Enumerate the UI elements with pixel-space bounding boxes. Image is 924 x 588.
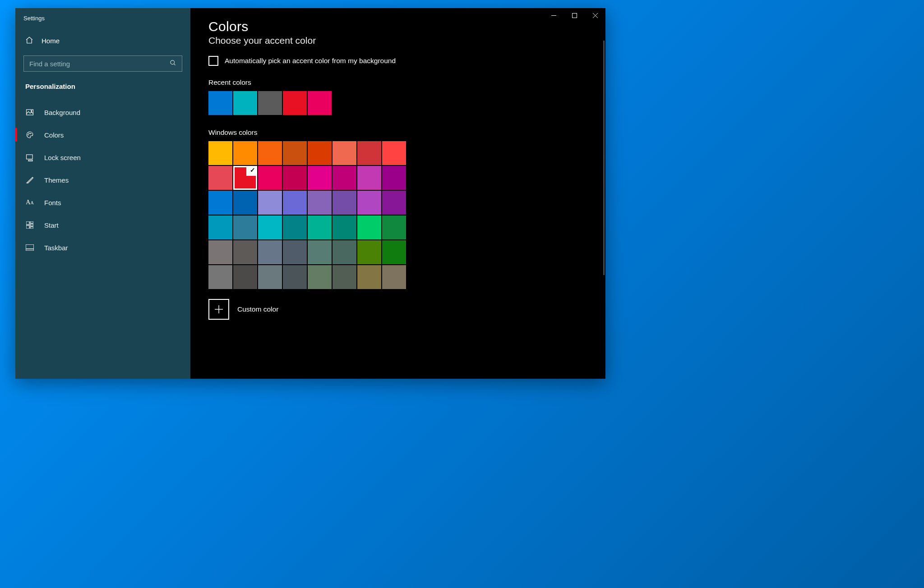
close-button[interactable]: [585, 8, 605, 23]
auto-pick-checkbox[interactable]: [208, 56, 218, 66]
windows-color-swatch[interactable]: [357, 141, 381, 165]
recent-color-swatch[interactable]: [308, 91, 332, 115]
sidebar-section-title: Personalization: [15, 79, 190, 101]
windows-color-swatch[interactable]: [208, 265, 232, 289]
windows-color-swatch[interactable]: [233, 265, 257, 289]
windows-color-swatch[interactable]: [357, 265, 381, 289]
windows-color-swatch[interactable]: [283, 216, 307, 239]
start-icon: [25, 221, 34, 229]
windows-color-swatch[interactable]: [208, 166, 232, 190]
windows-color-swatch[interactable]: [208, 240, 232, 264]
windows-color-swatch[interactable]: [382, 265, 406, 289]
windows-color-swatch[interactable]: ✓: [233, 166, 257, 190]
svg-rect-1: [572, 13, 577, 18]
recent-color-swatch[interactable]: [283, 91, 307, 115]
windows-color-swatch[interactable]: [308, 191, 332, 215]
sidebar-item-lock-screen[interactable]: Lock screen: [15, 146, 190, 169]
home-icon: [25, 36, 33, 46]
recent-color-swatch[interactable]: [258, 91, 282, 115]
windows-color-swatch[interactable]: [382, 191, 406, 215]
home-button[interactable]: Home: [15, 31, 190, 51]
windows-color-swatch[interactable]: [382, 216, 406, 239]
windows-color-swatch[interactable]: [283, 265, 307, 289]
svg-rect-14: [30, 221, 33, 223]
windows-color-swatch[interactable]: [333, 240, 356, 264]
windows-color-swatch[interactable]: [308, 240, 332, 264]
settings-window: Settings Home Personalization Background…: [15, 8, 605, 379]
windows-color-swatch[interactable]: [333, 166, 356, 190]
sidebar-item-taskbar[interactable]: Taskbar: [15, 236, 190, 259]
paintbrush-icon: [25, 176, 34, 184]
recent-color-swatch[interactable]: [233, 91, 257, 115]
recent-colors-label: Recent colors: [208, 78, 587, 87]
windows-color-swatch[interactable]: [258, 240, 282, 264]
svg-rect-15: [30, 224, 33, 226]
svg-point-10: [31, 133, 32, 134]
windows-color-swatch[interactable]: [333, 191, 356, 215]
sidebar-item-label: Fonts: [44, 199, 61, 207]
home-label: Home: [42, 37, 60, 45]
windows-color-swatch[interactable]: [258, 141, 282, 165]
svg-point-8: [28, 134, 29, 135]
custom-color-button[interactable]: [208, 299, 229, 320]
sidebar-item-start[interactable]: Start: [15, 214, 190, 236]
sidebar-nav: BackgroundColorsLock screenThemesAAFonts…: [15, 101, 190, 259]
svg-point-4: [171, 60, 175, 64]
windows-color-swatch[interactable]: [258, 191, 282, 215]
search-box[interactable]: [23, 55, 182, 72]
windows-color-swatch[interactable]: [357, 191, 381, 215]
windows-color-swatch[interactable]: [283, 191, 307, 215]
windows-color-swatch[interactable]: [233, 191, 257, 215]
windows-color-swatch[interactable]: [357, 166, 381, 190]
auto-pick-row[interactable]: Automatically pick an accent color from …: [208, 56, 587, 66]
windows-color-swatch[interactable]: [258, 166, 282, 190]
windows-color-swatch[interactable]: [233, 141, 257, 165]
svg-line-5: [174, 64, 175, 65]
windows-color-swatch[interactable]: [357, 216, 381, 239]
minimize-button[interactable]: [543, 8, 564, 23]
windows-color-swatch[interactable]: [208, 141, 232, 165]
windows-color-swatch[interactable]: [208, 191, 232, 215]
sidebar-item-colors[interactable]: Colors: [15, 124, 190, 146]
sidebar-item-label: Themes: [44, 176, 69, 184]
windows-color-swatch[interactable]: [333, 265, 356, 289]
windows-color-swatch[interactable]: [308, 141, 332, 165]
windows-color-swatch[interactable]: [382, 166, 406, 190]
scrollbar[interactable]: [603, 41, 605, 275]
windows-color-swatch[interactable]: [308, 166, 332, 190]
windows-color-swatch[interactable]: [233, 240, 257, 264]
sidebar-item-background[interactable]: Background: [15, 101, 190, 124]
windows-color-swatch[interactable]: [283, 166, 307, 190]
sidebar-item-themes[interactable]: Themes: [15, 169, 190, 191]
image-icon: [25, 108, 34, 116]
windows-color-swatch[interactable]: [382, 240, 406, 264]
search-input[interactable]: [29, 60, 170, 68]
search-icon: [170, 60, 176, 68]
taskbar-icon: [25, 244, 34, 251]
sidebar-item-label: Start: [44, 221, 59, 229]
windows-color-swatch[interactable]: [333, 216, 356, 239]
windows-color-swatch[interactable]: [208, 216, 232, 239]
maximize-button[interactable]: [564, 8, 585, 23]
windows-color-swatch[interactable]: [283, 141, 307, 165]
svg-point-7: [31, 110, 32, 111]
windows-color-swatch[interactable]: [308, 216, 332, 239]
windows-color-swatch[interactable]: [357, 240, 381, 264]
lockscreen-icon: [25, 153, 34, 161]
windows-color-swatch[interactable]: [233, 216, 257, 239]
page-title: Colors: [208, 19, 587, 34]
windows-color-swatch[interactable]: [258, 265, 282, 289]
svg-rect-17: [30, 227, 33, 229]
windows-color-swatch[interactable]: [283, 240, 307, 264]
windows-color-swatch[interactable]: [382, 141, 406, 165]
windows-color-swatch[interactable]: [258, 216, 282, 239]
sidebar-item-fonts[interactable]: AAFonts: [15, 191, 190, 214]
auto-pick-label: Automatically pick an accent color from …: [225, 57, 396, 65]
recent-color-swatch[interactable]: [208, 91, 232, 115]
custom-color-label: Custom color: [237, 305, 278, 313]
windows-color-swatch[interactable]: [308, 265, 332, 289]
windows-color-swatch[interactable]: [333, 141, 356, 165]
search-container: [15, 51, 190, 79]
font-icon: AA: [25, 199, 34, 206]
sidebar-item-label: Background: [44, 109, 80, 116]
